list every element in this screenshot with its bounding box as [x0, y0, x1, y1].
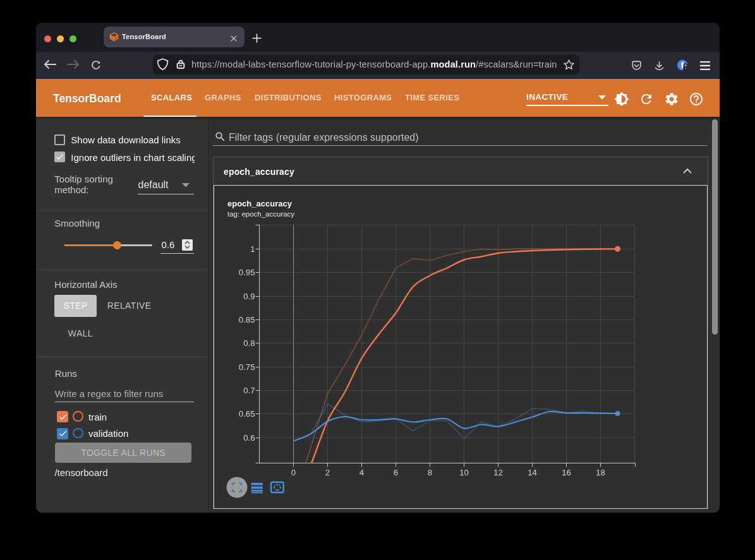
svg-text:0: 0 [291, 468, 295, 477]
svg-text:TIME SERIES: TIME SERIES [405, 93, 459, 102]
svg-text:0.95: 0.95 [238, 268, 255, 277]
svg-text:GRAPHS: GRAPHS [205, 93, 241, 102]
svg-text:10: 10 [459, 468, 469, 477]
svg-text:14: 14 [528, 468, 537, 477]
svg-text:HISTOGRAMS: HISTOGRAMS [334, 93, 392, 102]
svg-text:SCALARS: SCALARS [151, 93, 192, 102]
svg-text:4: 4 [359, 468, 363, 477]
svg-text:0.7: 0.7 [243, 386, 255, 395]
svg-text:16: 16 [562, 468, 571, 477]
svg-text:0.65: 0.65 [238, 409, 255, 419]
svg-text:0.9: 0.9 [243, 292, 255, 301]
svg-text:8: 8 [427, 468, 432, 477]
svg-text:0.8: 0.8 [243, 338, 255, 348]
svg-text:2: 2 [325, 468, 329, 477]
svg-text:DISTRIBUTIONS: DISTRIBUTIONS [255, 93, 322, 102]
svg-text:18: 18 [596, 468, 605, 477]
svg-text:6: 6 [393, 468, 397, 477]
svg-text:12: 12 [493, 468, 503, 477]
svg-text:1: 1 [250, 244, 255, 254]
svg-text:epoch_accuracy: epoch_accuracy [227, 199, 293, 208]
svg-text:tag: epoch_accuracy: tag: epoch_accuracy [227, 210, 294, 218]
svg-text:0.85: 0.85 [238, 315, 255, 325]
svg-text:INACTIVE: INACTIVE [526, 92, 568, 102]
svg-text:0.75: 0.75 [238, 362, 255, 372]
svg-text:TensorBoard: TensorBoard [53, 92, 121, 105]
svg-text:0.6: 0.6 [243, 433, 255, 443]
